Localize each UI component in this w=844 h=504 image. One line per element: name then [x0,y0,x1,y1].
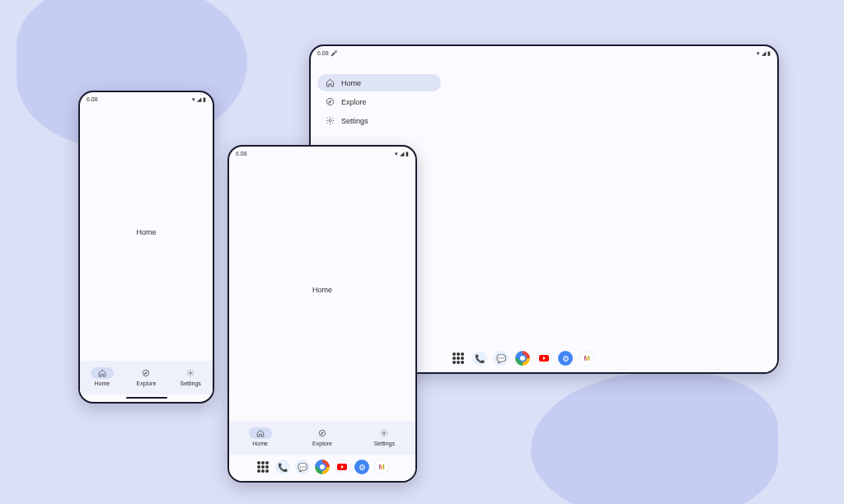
mic-icon: 🎤 [331,50,338,56]
content-area: Home [229,158,415,421]
battery-icon: ▮ [203,96,206,102]
chrome-icon [518,354,527,362]
dock-messages[interactable]: 💬 [494,351,509,366]
content-area: Home [80,104,213,361]
wifi-icon: ▾ [757,50,760,56]
dock-phone[interactable]: 📞 [472,351,487,366]
home-icon [98,369,106,377]
settings-icon [326,116,335,125]
nav-explore[interactable]: Explore [129,366,162,388]
explore-icon [318,429,326,437]
dock: 📞 💬 ⚙ M [229,455,415,481]
nav-home[interactable]: Home [86,366,119,388]
decorative-blob [531,372,778,504]
messages-icon: 💬 [496,354,506,363]
dock-apps[interactable] [451,351,466,366]
bottom-nav: Home Explore Settings [80,361,213,394]
wifi-icon: ▾ [395,151,398,156]
battery-icon: ▮ [406,151,409,156]
status-bar: 6.08 🎤 ▾ ◢ ▮ [311,46,777,58]
device-phone: 6.08 ▾ ◢ ▮ Home Home Explore Settings [78,91,214,404]
svg-point-3 [383,432,386,435]
dock-chrome[interactable] [515,351,530,366]
dock-settings[interactable]: ⚙ [558,351,573,366]
svg-point-1 [190,372,192,375]
nav-settings[interactable]: Settings [317,112,441,129]
nav-settings-label: Settings [180,380,200,386]
gmail-icon: M [378,463,385,471]
signal-icon: ◢ [197,96,201,102]
side-nav: Home Explore Settings [317,74,441,129]
svg-point-2 [319,430,326,436]
nav-explore[interactable]: Explore [306,426,339,448]
page-title: Home [312,286,332,294]
nav-home[interactable]: Home [317,74,441,91]
apps-icon [256,460,270,474]
home-icon [326,78,335,87]
svg-point-5 [329,119,331,122]
messages-icon: 💬 [298,463,307,472]
nav-home-label: Home [252,441,268,446]
nav-home[interactable]: Home [244,426,277,448]
nav-settings[interactable]: Settings [174,366,207,388]
status-bar: 6.08 ▾ ◢ ▮ [229,147,415,158]
phone-icon: 📞 [278,463,288,472]
phone-icon: 📞 [475,354,485,363]
nav-explore[interactable]: Explore [317,93,441,110]
explore-icon [326,97,335,106]
nav-explore-label: Explore [312,441,332,446]
settings-icon [380,429,388,437]
settings-icon [186,369,195,377]
youtube-icon [337,464,347,470]
home-indicator[interactable] [126,397,167,399]
status-bar: 6.08 ▾ ◢ ▮ [80,92,213,104]
apps-icon [451,351,466,366]
nav-home-label: Home [341,79,361,87]
gear-icon: ⚙ [562,354,570,363]
dock-settings[interactable]: ⚙ [354,460,369,474]
signal-icon: ◢ [400,151,404,156]
svg-point-0 [143,370,150,376]
status-time: 6.08 [87,96,98,102]
dock-gmail[interactable]: M [374,460,389,474]
device-foldable: 6.08 ▾ ◢ ▮ Home Home Explore Settings 📞 … [227,145,417,483]
signal-icon: ◢ [762,50,766,56]
dock-youtube[interactable] [537,351,551,366]
nav-settings-label: Settings [341,117,368,125]
youtube-icon [539,355,549,362]
dock-apps[interactable] [256,460,270,474]
nav-explore-label: Explore [341,98,367,106]
gmail-icon: M [584,354,590,362]
dock-youtube[interactable] [335,460,349,474]
dock-messages[interactable]: 💬 [295,460,310,474]
explore-icon [142,369,150,377]
bottom-nav: Home Explore Settings [229,421,415,455]
page-title: Home [136,228,156,236]
status-time: 6.08 [317,50,329,56]
nav-settings-label: Settings [374,441,395,446]
dock-gmail[interactable]: M [579,351,594,366]
nav-home-label: Home [94,380,110,386]
dock-phone[interactable]: 📞 [275,460,290,474]
status-time: 6.08 [236,151,247,156]
wifi-icon: ▾ [192,96,195,102]
gear-icon: ⚙ [359,463,366,472]
nav-explore-label: Explore [137,380,157,386]
chrome-icon [318,463,326,471]
svg-point-4 [326,98,333,105]
home-icon [256,429,265,437]
nav-settings[interactable]: Settings [368,426,401,448]
dock-chrome[interactable] [315,460,330,474]
battery-icon: ▮ [767,50,771,56]
